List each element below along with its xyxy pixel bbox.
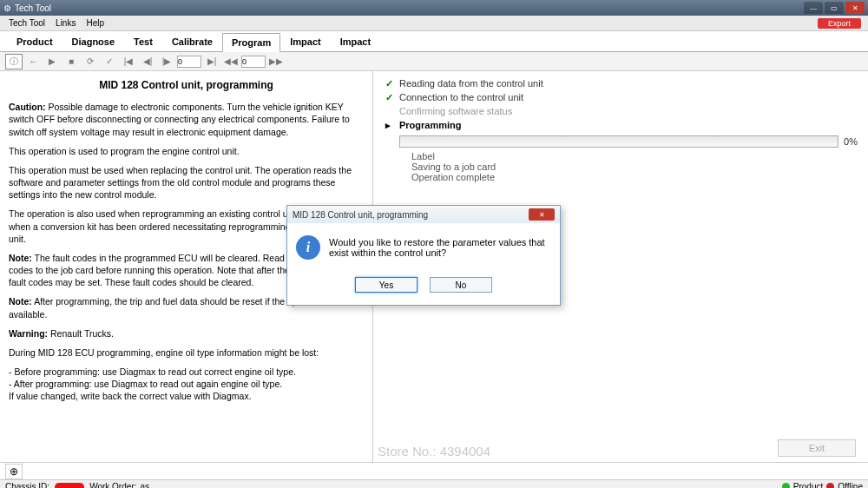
doc-toolbar: ⓘ ← ▶ ■ ⟳ ✓ |◀ ◀| |▶ ▶| ◀◀ ▶▶	[0, 52, 868, 71]
forward-icon[interactable]: ▶	[43, 54, 61, 69]
menu-techtool[interactable]: Tech Tool	[3, 18, 50, 28]
window-titlebar: ⚙Tech Tool — ▭ ✕	[0, 0, 868, 16]
dialog-title: MID 128 Control unit, programming	[293, 210, 428, 220]
last-page-icon[interactable]: ▶|	[203, 54, 220, 69]
prev-page-icon[interactable]: ◀|	[139, 54, 156, 69]
exit-button: Exit	[778, 439, 856, 457]
export-button[interactable]: Export	[818, 18, 861, 29]
progress-percent: 0%	[844, 136, 858, 147]
tab-product[interactable]: Product	[7, 32, 62, 51]
work-order-value: as	[140, 482, 149, 488]
tab-diagnose[interactable]: Diagnose	[62, 32, 125, 51]
minimize-button[interactable]: —	[804, 2, 823, 14]
chassis-label: Chassis ID:	[5, 482, 49, 488]
dialog-message: Would you like to restore the parameter …	[329, 237, 551, 258]
info-icon: i	[296, 235, 320, 260]
chassis-value-redacted	[55, 483, 84, 489]
window-title: Tech Tool	[15, 3, 51, 13]
progress-bar	[399, 135, 838, 148]
step-connection: Connection to the control unit	[384, 90, 858, 104]
tab-program[interactable]: Program	[222, 33, 280, 52]
tab-calibrate[interactable]: Calibrate	[162, 32, 222, 51]
no-button[interactable]: No	[430, 277, 492, 293]
info-icon[interactable]: ⓘ	[5, 54, 23, 69]
maximize-button[interactable]: ▭	[825, 2, 844, 14]
first-page-icon[interactable]: |◀	[120, 54, 137, 69]
offline-status: Offline	[838, 482, 863, 488]
zoom-in-icon[interactable]: ⊕	[5, 464, 23, 479]
sub-saving: Saving to a job card	[384, 162, 858, 172]
statusbar: Chassis ID: Work Order: as Product Offli…	[0, 479, 868, 488]
dialog-titlebar: MID 128 Control unit, programming ✕	[287, 206, 560, 223]
product-status-dot	[782, 483, 790, 488]
check-icon[interactable]: ✓	[101, 54, 118, 69]
tab-test[interactable]: Test	[124, 32, 162, 51]
app-icon: ⚙	[3, 3, 11, 13]
confirm-dialog: MID 128 Control unit, programming ✕ i Wo…	[286, 205, 561, 306]
fast-forward-icon[interactable]: ▶▶	[267, 54, 285, 69]
product-status: Product	[793, 482, 823, 488]
step-programming: Programming	[384, 118, 858, 132]
page-total-input[interactable]	[241, 56, 266, 68]
yes-button[interactable]: Yes	[355, 277, 418, 293]
zoom-bar: ⊕	[0, 462, 868, 479]
stop-icon[interactable]: ■	[62, 54, 80, 69]
main-tabs: Product Diagnose Test Calibrate Program …	[0, 31, 868, 52]
menubar: Tech Tool Links Help Export	[0, 16, 868, 31]
dialog-close-button[interactable]: ✕	[529, 208, 555, 221]
tab-impact-2[interactable]: Impact	[331, 32, 380, 51]
page-number-input[interactable]	[177, 56, 201, 68]
next-page-icon[interactable]: |▶	[158, 54, 175, 69]
step-reading: Reading data from the control unit	[384, 76, 858, 90]
back-icon[interactable]: ←	[24, 54, 42, 69]
tab-impact-1[interactable]: Impact	[280, 32, 330, 51]
menu-help[interactable]: Help	[81, 18, 109, 28]
doc-title: MID 128 Control unit, programming	[9, 78, 364, 92]
rewind-icon[interactable]: ◀◀	[222, 54, 240, 69]
work-order-label: Work Order:	[89, 482, 136, 488]
refresh-icon[interactable]: ⟳	[82, 54, 99, 69]
close-button[interactable]: ✕	[845, 2, 865, 14]
offline-status-dot	[826, 483, 834, 488]
sub-complete: Operation complete	[384, 172, 858, 182]
menu-links[interactable]: Links	[50, 18, 81, 28]
step-confirming: Confirming software status	[384, 104, 858, 118]
sub-label: Label	[384, 151, 858, 162]
